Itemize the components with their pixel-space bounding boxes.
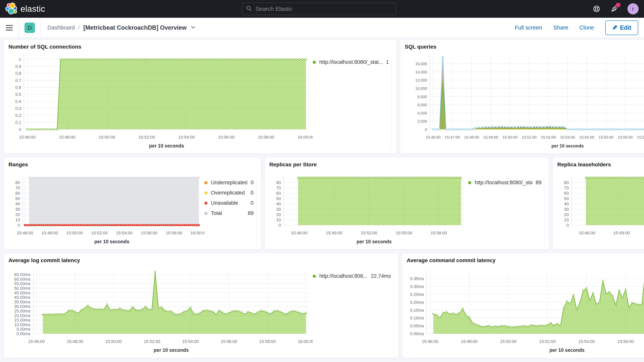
svg-text:50: 50 [16, 196, 20, 201]
replica-leaseholders-chart[interactable]: 0102030405060708015:46:0015:49:0015:52:0… [557, 173, 644, 245]
svg-text:15:50:00: 15:50:00 [99, 135, 115, 140]
legend-series-label: Underreplicated [211, 180, 247, 186]
svg-text:80: 80 [276, 180, 281, 185]
svg-text:5.00ms: 5.00ms [16, 327, 30, 332]
clone-button[interactable]: Clone [580, 24, 594, 31]
legend-item[interactable]: Overreplicated0 [204, 190, 254, 196]
svg-text:15:48:00: 15:48:00 [59, 135, 76, 140]
command-commit-latency-chart[interactable]: 0.00ms0.05ms0.10ms0.15ms0.20ms0.25ms0.30… [407, 266, 644, 354]
legend-item[interactable]: Total89 [204, 210, 254, 216]
svg-text:15:58:00: 15:58:00 [259, 339, 276, 344]
dashboard-app-badge[interactable]: D [24, 22, 35, 33]
svg-text:50: 50 [564, 196, 569, 201]
svg-text:0.8: 0.8 [15, 71, 21, 76]
chart-title: Average command commit latency [407, 257, 644, 264]
legend-series-dot-icon [313, 275, 316, 278]
chart-title: Average log commit latency [8, 257, 394, 264]
panel-log-commit-latency: Average log commit latency 0.00ms5.00ms1… [4, 253, 398, 358]
pencil-icon: ✎ [612, 24, 618, 32]
svg-text:1: 1 [19, 57, 21, 62]
svg-text:15:46:00: 15:46:00 [426, 135, 440, 139]
svg-text:0.25ms: 0.25ms [410, 292, 424, 297]
legend-item[interactable]: Underreplicated0 [204, 180, 254, 186]
replicas-per-store-legend: http://localhost:8080/_sta...89 [468, 180, 544, 245]
legend-item[interactable]: Unavailable0 [204, 200, 254, 206]
breadcrumb-dashboard-link[interactable]: Dashboard [48, 24, 75, 31]
svg-text:2,000: 2,000 [418, 119, 427, 123]
svg-text:60: 60 [564, 191, 569, 196]
global-search[interactable] [242, 3, 396, 15]
legend-item[interactable]: http://localhost:8080/_sta...89 [468, 180, 542, 186]
help-icon[interactable] [592, 4, 601, 14]
svg-text:20: 20 [276, 212, 281, 217]
svg-text:70: 70 [564, 186, 569, 190]
legend-item[interactable]: http://localhost:8080/_stat...1 [313, 59, 389, 65]
log-commit-latency-chart[interactable]: 0.00ms5.00ms10.00ms15.00ms20.00ms25.00ms… [8, 266, 313, 354]
svg-text:16,000: 16,000 [415, 62, 427, 66]
svg-text:15:50:00: 15:50:00 [502, 135, 518, 139]
svg-text:4,000: 4,000 [418, 111, 427, 115]
legend-series-dot-icon [468, 181, 471, 184]
chevron-down-icon[interactable] [190, 26, 196, 30]
svg-text:45.00ms: 45.00ms [14, 290, 30, 295]
legend-series-dot-icon [204, 202, 208, 205]
search-input[interactable] [256, 6, 392, 12]
elastic-brand[interactable]: elastic [6, 2, 45, 15]
svg-text:16:00:00: 16:00:00 [298, 135, 313, 140]
elastic-logo-icon [6, 2, 17, 15]
svg-text:30.00ms: 30.00ms [14, 304, 30, 309]
svg-text:40.00ms: 40.00ms [14, 295, 30, 300]
svg-text:15:54:00: 15:54:00 [178, 135, 195, 140]
svg-text:15:46:00: 15:46:00 [422, 339, 438, 344]
legend-series-label: http://localhost:8080/_sta... [475, 180, 532, 186]
svg-text:20.00ms: 20.00ms [14, 313, 30, 318]
svg-text:per 10 seconds: per 10 seconds [94, 239, 130, 244]
ranges-chart[interactable]: 0102030405060708015:46:0015:48:0015:50:0… [8, 173, 204, 245]
user-avatar[interactable]: r [628, 3, 638, 14]
svg-text:15:52:00: 15:52:00 [539, 339, 556, 344]
svg-text:15:55:00: 15:55:00 [598, 135, 614, 139]
svg-text:80: 80 [16, 180, 20, 185]
svg-text:0.00ms: 0.00ms [16, 331, 30, 336]
sql-connections-chart[interactable]: 00.10.20.30.40.50.60.70.80.9115:46:0015:… [8, 50, 313, 150]
chart-title: Replica leaseholders [557, 162, 644, 168]
svg-text:0.6: 0.6 [15, 85, 21, 90]
svg-text:15:46:00: 15:46:00 [19, 135, 36, 140]
svg-text:0: 0 [19, 127, 21, 132]
svg-text:15:53:00: 15:53:00 [560, 135, 575, 139]
svg-text:15:46:00: 15:46:00 [28, 339, 45, 344]
svg-text:0.9: 0.9 [15, 64, 21, 69]
notification-badge [616, 3, 620, 7]
svg-text:40: 40 [16, 202, 20, 206]
svg-text:40: 40 [276, 202, 281, 206]
legend-series-label: Total [211, 210, 222, 216]
share-button[interactable]: Share [553, 24, 568, 31]
replicas-per-store-chart[interactable]: 0102030405060708015:46:0015:49:0015:52:0… [269, 173, 468, 245]
svg-text:15:46:00: 15:46:00 [16, 230, 33, 235]
svg-text:15:47:00: 15:47:00 [445, 135, 460, 139]
newsfeed-icon[interactable] [610, 4, 619, 14]
chart-title: Ranges [8, 162, 256, 168]
legend-series-dot-icon [313, 61, 316, 64]
breadcrumb-separator: / [78, 24, 80, 31]
menu-section [0, 18, 19, 38]
svg-text:10: 10 [564, 218, 569, 222]
edit-button[interactable]: ✎ Edit [605, 20, 638, 35]
svg-text:30: 30 [276, 207, 281, 212]
legend-series-label: Unavailable [211, 200, 238, 206]
svg-text:16:00:00: 16:00:00 [298, 339, 313, 344]
sql-queries-chart[interactable]: 02,0004,0006,0008,00010,00012,00014,0001… [405, 50, 644, 150]
svg-text:15:56:00: 15:56:00 [141, 230, 157, 235]
legend-item[interactable]: http://localhost:808...22.74ms [313, 273, 391, 279]
full-screen-button[interactable]: Full screen [515, 24, 542, 31]
svg-text:0: 0 [278, 223, 281, 228]
svg-text:0.1: 0.1 [15, 120, 21, 125]
hamburger-menu-icon[interactable] [6, 25, 13, 30]
svg-text:per 10 seconds: per 10 seconds [149, 143, 184, 148]
legend-series-dot-icon [204, 181, 208, 184]
svg-text:15:58:00: 15:58:00 [430, 230, 447, 235]
svg-text:0.3: 0.3 [15, 106, 21, 111]
svg-text:15:52:00: 15:52:00 [138, 135, 155, 140]
svg-text:15:50:00: 15:50:00 [105, 339, 122, 344]
svg-text:15:50:00: 15:50:00 [66, 230, 83, 235]
